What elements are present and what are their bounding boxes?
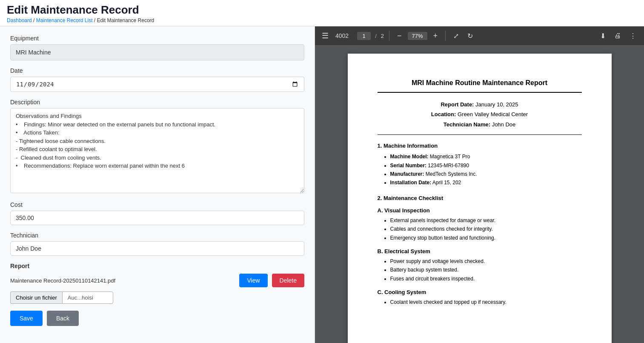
pdf-zoom-in-button[interactable]: + — [431, 31, 441, 41]
pdf-serial-number: Serial Number: 12345-MRI-67890 — [390, 161, 582, 170]
pdf-report-date-value: January 10, 2025 — [475, 101, 518, 108]
action-buttons: Save Back — [10, 311, 304, 326]
pdf-cooling-list: Coolant levels checked and topped up if … — [390, 298, 582, 306]
pdf-fit-page-button[interactable]: ⤢ — [451, 31, 461, 41]
equipment-value: MRI Machine — [10, 44, 304, 60]
pdf-subsection-b-title: B. Electrical System — [378, 248, 582, 254]
technician-label: Technician — [10, 232, 304, 239]
header: Edit Maintenance Record Dashboard / Main… — [0, 0, 644, 26]
pdf-visual-list: External panels inspected for damage or … — [390, 216, 582, 242]
pdf-toolbar: ☰ 4002 / 2 − + ⤢ ↻ ⬇ 🖨 ⋮ — [315, 26, 644, 45]
description-label: Description — [10, 99, 304, 106]
pdf-subsection-c-title: C. Cooling System — [378, 289, 582, 295]
cost-label: Cost — [10, 201, 304, 208]
delete-button[interactable]: Delete — [272, 274, 304, 287]
pdf-location: Location: Green Valley Medical Center — [378, 109, 582, 119]
pdf-electrical-item-2: Battery backup system tested. — [390, 266, 582, 274]
pdf-technician-meta: Technician Name: John Doe — [378, 120, 582, 129]
pdf-rotate-button[interactable]: ↻ — [465, 31, 475, 41]
cost-group: Cost — [10, 201, 304, 225]
file-name-display: Auc...hoisi — [62, 292, 113, 304]
pdf-technician-meta-label: Technician Name: — [444, 121, 490, 128]
pdf-print-button[interactable]: 🖨 — [612, 31, 624, 40]
pdf-doc-title: 4002 — [335, 32, 349, 39]
left-panel: Equipment MRI Machine Date Description O… — [0, 26, 315, 343]
pdf-report-date: Report Date: January 10, 2025 — [378, 100, 582, 109]
file-input-row: Choisir un fichier Auc...hoisi — [10, 292, 304, 304]
main-content: Equipment MRI Machine Date Description O… — [0, 26, 644, 343]
save-button[interactable]: Save — [10, 311, 43, 326]
report-label: Report — [10, 263, 304, 269]
breadcrumb-dashboard[interactable]: Dashboard — [7, 17, 32, 23]
breadcrumb-list[interactable]: Maintenance Record List — [36, 17, 93, 23]
file-choose-button[interactable]: Choisir un fichier — [10, 292, 62, 304]
pdf-download-button[interactable]: ⬇ — [598, 31, 608, 41]
pdf-page-input[interactable] — [357, 32, 371, 40]
pdf-divider-2 — [445, 31, 446, 41]
pdf-visual-item-3: Emergency stop button tested and functio… — [390, 234, 582, 242]
pdf-section2-title: 2. Maintenance Checklist — [378, 195, 582, 201]
pdf-machine-model: Machine Model: Magnetica 3T Pro — [390, 152, 582, 161]
breadcrumb-current: Edit Maintenance Record — [97, 17, 155, 23]
pdf-location-value: Green Valley Medical Center — [458, 111, 528, 117]
pdf-cooling-item-1: Coolant levels checked and topped up if … — [390, 298, 582, 306]
pdf-zoom-out-button[interactable]: − — [395, 31, 404, 41]
pdf-manufacturer: Manufacturer: MedTech Systems Inc. — [390, 170, 582, 178]
page-wrapper: Edit Maintenance Record Dashboard / Main… — [0, 0, 644, 343]
pdf-more-button[interactable]: ⋮ — [627, 31, 639, 41]
back-button[interactable]: Back — [47, 311, 79, 326]
pdf-menu-icon[interactable]: ☰ — [320, 29, 330, 42]
date-group: Date — [10, 67, 304, 92]
description-group: Description Observations and Findings • … — [10, 99, 304, 194]
cost-input[interactable] — [10, 211, 304, 225]
pdf-technician-meta-value: John Doe — [492, 121, 516, 128]
pdf-section1-title: 1. Machine Information — [378, 143, 582, 149]
right-panel: ☰ 4002 / 2 − + ⤢ ↻ ⬇ 🖨 ⋮ MRI Mac — [315, 26, 644, 343]
pdf-divider-1 — [389, 31, 389, 41]
pdf-report-meta: Report Date: January 10, 2025 Location: … — [378, 100, 582, 135]
report-section: Report Maintenance Record-20250110142141… — [10, 263, 304, 304]
pdf-page-total: 2 — [381, 33, 384, 39]
pdf-visual-item-1: External panels inspected for damage or … — [390, 216, 582, 225]
breadcrumb: Dashboard / Maintenance Record List / Ed… — [7, 17, 637, 23]
pdf-subsection-a-title: A. Visual Inspection — [378, 207, 582, 214]
equipment-label: Equipment — [10, 35, 304, 42]
equipment-group: Equipment MRI Machine — [10, 35, 304, 60]
pdf-visual-item-2: Cables and connections checked for integ… — [390, 225, 582, 233]
date-label: Date — [10, 67, 304, 74]
pdf-page-sep: / — [375, 33, 377, 39]
report-filename: Maintenance Record-20250110142141.pdf — [10, 277, 235, 284]
pdf-report-date-label: Report Date: — [441, 101, 474, 108]
page-title: Edit Maintenance Record — [7, 3, 637, 17]
pdf-zoom-input[interactable] — [408, 32, 427, 40]
pdf-location-label: Location: — [431, 111, 456, 117]
pdf-install-date: Installation Date: April 15, 202 — [390, 178, 582, 187]
pdf-electrical-item-3: Fuses and circuit breakers inspected. — [390, 274, 582, 283]
date-input-wrapper — [10, 77, 304, 92]
pdf-electrical-item-1: Power supply and voltage levels checked. — [390, 257, 582, 266]
report-file-row: Maintenance Record-20250110142141.pdf Vi… — [10, 274, 304, 287]
technician-input[interactable] — [10, 241, 304, 256]
view-button[interactable]: View — [239, 274, 267, 287]
pdf-electrical-list: Power supply and voltage levels checked.… — [390, 257, 582, 283]
pdf-page: MRI Machine Routine Maintenance Report R… — [348, 54, 612, 343]
pdf-content-area[interactable]: MRI Machine Routine Maintenance Report R… — [315, 45, 644, 343]
date-input[interactable] — [10, 77, 304, 92]
pdf-report-title: MRI Machine Routine Maintenance Report — [378, 79, 582, 93]
description-textarea[interactable]: Observations and Findings • Findings: Mi… — [10, 108, 304, 193]
technician-group: Technician — [10, 232, 304, 256]
pdf-machine-info-list: Machine Model: Magnetica 3T Pro Serial N… — [390, 152, 582, 187]
